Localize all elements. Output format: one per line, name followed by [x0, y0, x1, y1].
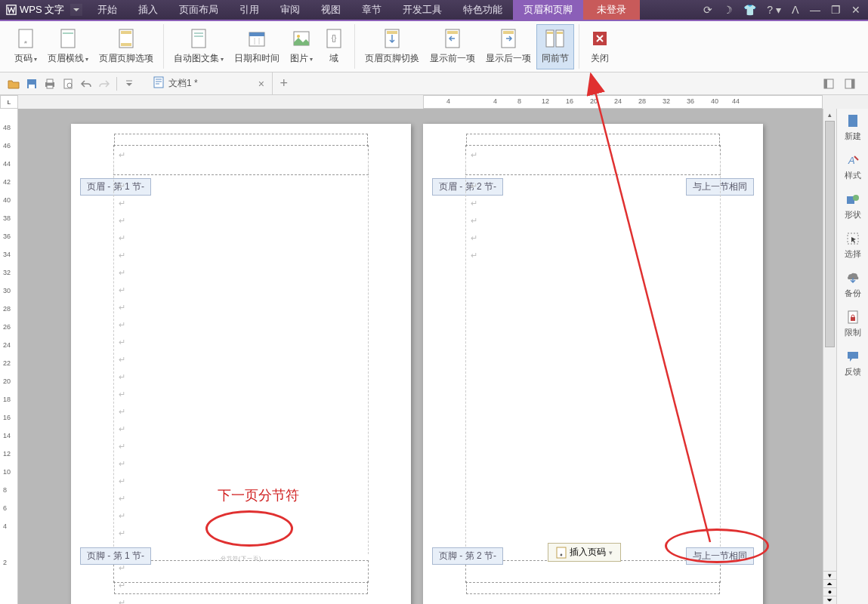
- svg-rect-24: [503, 31, 514, 34]
- print-icon[interactable]: [42, 76, 58, 92]
- quick-access-bar: 文档1 * × +: [0, 72, 868, 95]
- close-window-icon[interactable]: ✕: [851, 4, 860, 16]
- svg-rect-28: [557, 32, 563, 34]
- horizontal-ruler[interactable]: 4 4 8 12 16 20 24 28 32 36 40 44: [423, 95, 823, 109]
- side-style-button[interactable]: A 样式: [845, 153, 861, 181]
- tab-login[interactable]: 未登录: [583, 0, 640, 20]
- svg-rect-45: [848, 115, 857, 127]
- side-backup-button[interactable]: 备份: [845, 270, 861, 299]
- side-restrict-button[interactable]: 限制: [845, 310, 861, 338]
- page-1[interactable]: ↵ 页眉 - 第 1 节- ↵↵↵↵↵↵↵↵↵↵↵↵↵↵↵↵↵↵↵↵↵↵↵↵↵↵…: [71, 124, 411, 604]
- page-2[interactable]: ↵ 页眉 - 第 2 节- 与上一节相同 ↵↵↵↵↵ 页脚 - 第 2 节- 与…: [423, 124, 763, 604]
- show-next-button[interactable]: 显示后一项: [480, 24, 536, 69]
- svg-rect-42: [851, 79, 854, 88]
- page1-footer-zone[interactable]: ..........分节符(下一页)..........: [113, 560, 369, 583]
- page-number-button[interactable]: # 页码▾: [9, 24, 42, 69]
- field-button[interactable]: {} 域: [318, 24, 350, 69]
- tab-dev[interactable]: 开发工具: [392, 0, 453, 20]
- scroll-nav: ▾ ⏶ ● ⏷: [823, 571, 836, 604]
- side-feedback-button[interactable]: 反馈: [845, 349, 861, 378]
- page2-footer-same: 与上一节相同: [686, 547, 754, 565]
- tab-start[interactable]: 开始: [87, 0, 128, 20]
- document-name: 文档1 *: [168, 77, 198, 90]
- ruler-corner[interactable]: L: [0, 95, 18, 109]
- insert-page-number-button[interactable]: # 插入页码 ▾: [548, 543, 621, 562]
- section-break-marker: ..........分节符(下一页)..........: [198, 555, 284, 562]
- header-line-button[interactable]: 页眉横线▾: [42, 24, 94, 69]
- svg-rect-38: [154, 77, 163, 88]
- scroll-track[interactable]: [823, 121, 836, 559]
- save-icon[interactable]: [23, 76, 40, 92]
- svg-rect-34: [47, 85, 53, 88]
- panel-toggle-2-icon[interactable]: [842, 76, 858, 92]
- panel-toggle-1-icon[interactable]: [820, 76, 837, 92]
- side-panel: 新建 A 样式 形状 选择 备份 限制 反馈: [836, 109, 868, 604]
- field-icon: {}: [323, 28, 344, 49]
- browse-object-icon[interactable]: ●: [823, 587, 836, 596]
- tab-section[interactable]: 章节: [351, 0, 392, 20]
- close-tab-icon[interactable]: ×: [258, 78, 264, 90]
- new-doc-icon: [845, 113, 860, 128]
- qat-dropdown-icon[interactable]: [121, 76, 137, 92]
- switch-header-footer-button[interactable]: 页眉页脚切换: [360, 24, 425, 69]
- svg-point-16: [297, 35, 300, 38]
- auto-text-icon: [188, 28, 209, 49]
- date-time-button[interactable]: 日期和时间: [229, 24, 285, 69]
- vertical-ruler[interactable]: 48 46 44 42 40 38 36 34 32 30 28 26 24 2…: [0, 109, 18, 604]
- svg-text:A: A: [848, 155, 855, 166]
- prev-page-icon[interactable]: ⏶: [823, 579, 836, 587]
- tab-review[interactable]: 审阅: [270, 0, 310, 20]
- collapse-ribbon-icon[interactable]: ᐱ: [792, 4, 799, 16]
- undo-icon[interactable]: [78, 76, 94, 92]
- minimize-icon[interactable]: —: [810, 4, 820, 16]
- next-page-icon[interactable]: ⏷: [823, 596, 836, 604]
- svg-rect-31: [29, 85, 35, 88]
- vertical-scrollbar[interactable]: ▴ ▾ ⏶ ● ⏷: [823, 109, 836, 604]
- picture-button[interactable]: 图片▾: [285, 24, 318, 69]
- page2-footer-zone[interactable]: [465, 560, 721, 583]
- page2-body: ↵↵↵↵↵: [465, 157, 721, 554]
- svg-rect-12: [249, 32, 264, 36]
- restrict-icon: [845, 310, 860, 325]
- tab-header-footer[interactable]: 页眉和页脚: [513, 0, 583, 20]
- date-time-icon: [246, 28, 267, 49]
- header-footer-options-button[interactable]: 页眉页脚选项: [94, 24, 159, 69]
- print-preview-icon[interactable]: [60, 76, 76, 92]
- app-menu-dropdown[interactable]: [70, 4, 82, 16]
- app-logo: WPS 文字: [0, 3, 70, 17]
- sync-icon[interactable]: ⟳: [703, 4, 712, 16]
- tab-layout[interactable]: 页面布局: [168, 0, 229, 20]
- skin-icon[interactable]: 👕: [743, 4, 756, 16]
- show-prev-button[interactable]: 显示前一项: [425, 24, 480, 69]
- ribbon: # 页码▾ 页眉横线▾ 页眉页脚选项 自动图文集▾ 日期和时间 图片▾ {} 域: [0, 21, 868, 72]
- svg-rect-40: [824, 79, 827, 88]
- scroll-up-icon[interactable]: ▴: [823, 109, 836, 121]
- tab-reference[interactable]: 引用: [229, 0, 270, 20]
- tab-view[interactable]: 视图: [310, 0, 351, 20]
- side-shape-button[interactable]: 形状: [845, 192, 861, 220]
- ruler-row: L 4 4 8 12 16 20 24 28 32 36 40 44: [0, 95, 868, 109]
- document-tab[interactable]: 文档1 * ×: [146, 72, 273, 94]
- header-line-icon: [57, 28, 79, 49]
- side-new-button[interactable]: 新建: [845, 113, 861, 142]
- scroll-down-icon[interactable]: ▾: [823, 571, 836, 579]
- close-header-footer-button[interactable]: 关闭: [584, 24, 616, 69]
- new-tab-button[interactable]: +: [273, 72, 295, 94]
- svg-text:{}: {}: [332, 34, 337, 42]
- header-footer-options-icon: [116, 28, 137, 49]
- tab-special[interactable]: 特色功能: [453, 0, 513, 20]
- same-as-previous-button[interactable]: 同前节: [536, 24, 574, 69]
- page1-body: ↵↵↵↵↵↵↵↵↵↵↵↵↵↵↵↵↵↵↵↵↵↵↵↵↵↵: [113, 157, 369, 554]
- moon-icon[interactable]: ☽: [723, 4, 733, 16]
- side-select-button[interactable]: 选择: [845, 231, 861, 260]
- show-next-icon: [498, 28, 519, 49]
- document-icon: [153, 76, 164, 91]
- maximize-icon[interactable]: ❐: [831, 4, 841, 16]
- auto-text-button[interactable]: 自动图文集▾: [168, 24, 229, 69]
- help-icon[interactable]: ? ▾: [767, 4, 781, 16]
- open-icon[interactable]: [5, 76, 22, 92]
- tab-insert[interactable]: 插入: [128, 0, 168, 20]
- scroll-thumb[interactable]: [825, 121, 835, 347]
- insert-page-number-icon: #: [556, 547, 567, 559]
- redo-icon[interactable]: [96, 76, 113, 92]
